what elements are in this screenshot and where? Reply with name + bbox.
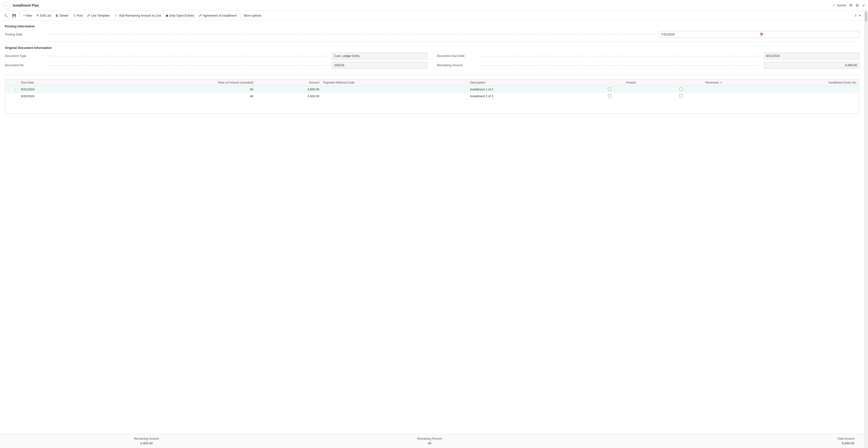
- empty-cell: [5, 100, 859, 107]
- search-icon: 🔍: [4, 14, 8, 17]
- agreement-button[interactable]: ☍ Agreement of Installment: [197, 13, 239, 18]
- divider-1: [5, 42, 859, 42]
- due-date-cell[interactable]: 8/31/2024: [19, 86, 92, 93]
- open-external-icon[interactable]: ⧉: [856, 3, 859, 7]
- doc-no-label: Document No.: [5, 64, 44, 67]
- original-doc-title: Original Document Information: [5, 46, 859, 50]
- post-icon: ⇧: [73, 14, 75, 17]
- description-cell[interactable]: Installment 1 of 2: [468, 86, 581, 93]
- table-body: → ⋮ 8/31/2024 60 3,600.00 Installment 1 …: [5, 86, 859, 113]
- agreement-label: Agreement of Installment: [203, 14, 237, 17]
- dots-2: [46, 56, 330, 56]
- row-arrow-cell: [5, 93, 12, 100]
- empty-cell: [5, 107, 859, 113]
- edit-list-icon: ✎: [36, 14, 39, 17]
- post-button[interactable]: ⇧ Post: [71, 13, 85, 18]
- page-wrapper: Posting Information Posting Date 7/31/20…: [0, 21, 864, 118]
- saved-indicator: ✓ Saved: [833, 3, 846, 7]
- add-remaining-button[interactable]: ⚡ Add Remaining Amount to Line: [112, 13, 163, 18]
- posting-date-row: Posting Date 7/31/2024 📅: [5, 31, 859, 38]
- more-options-button[interactable]: More options: [242, 13, 264, 18]
- doc-type-input[interactable]: [332, 53, 427, 59]
- use-template-label: Use Template: [91, 14, 110, 17]
- edit-list-label: Edit List: [40, 14, 51, 17]
- doc-no-input[interactable]: [332, 62, 427, 69]
- row-menu-cell[interactable]: [12, 93, 19, 100]
- payment-method-cell[interactable]: [321, 86, 468, 93]
- installment-table: Due Date Rate of Amount (rounded) Amount…: [5, 80, 859, 113]
- use-template-button[interactable]: ☍ Use Template: [85, 13, 112, 18]
- posting-date-label: Posting Date: [5, 33, 44, 36]
- checkmark-icon: ✓: [833, 3, 836, 7]
- only-open-label: Only Open Entries: [169, 14, 194, 17]
- row-menu-icon[interactable]: ⋮: [14, 88, 17, 91]
- dots-1: [46, 34, 657, 35]
- save-button[interactable]: 💾: [10, 13, 18, 18]
- empty-row: [5, 100, 859, 107]
- toolbar: 🔍 💾 + New ✎ Edit List 🗑 Delete ⇧ Post ☍ …: [0, 11, 868, 21]
- rate-cell[interactable]: 40: [92, 93, 255, 100]
- col-reversed: Reversed ▼: [638, 80, 724, 86]
- posting-date-value: 7/31/2024: [661, 33, 758, 36]
- remaining-amount-field-input[interactable]: [764, 62, 859, 69]
- delete-button[interactable]: 🗑 Delete: [54, 13, 70, 18]
- add-remaining-label: Add Remaining Amount to Line: [119, 14, 161, 17]
- entry-no-cell[interactable]: [724, 86, 859, 93]
- rate-cell[interactable]: 60: [92, 86, 255, 93]
- table-row[interactable]: → ⋮ 8/31/2024 60 3,600.00 Installment 1 …: [5, 86, 859, 93]
- edit-list-button[interactable]: ✎ Edit List: [34, 13, 53, 18]
- left-col: Document Type Document No.: [5, 53, 427, 71]
- col-amount: Amount: [255, 80, 321, 86]
- doc-type-label: Document Type: [5, 54, 44, 58]
- plus-icon: +: [23, 14, 25, 17]
- scrollbar[interactable]: [864, 11, 868, 132]
- search-button[interactable]: 🔍: [2, 13, 10, 18]
- add-remaining-icon: ⚡: [114, 14, 118, 17]
- reversed-checkbox[interactable]: [679, 88, 683, 91]
- separator-2: [240, 13, 241, 18]
- description-cell[interactable]: Installment 2 of 2: [468, 93, 581, 100]
- amount-cell[interactable]: 2,400.00: [255, 93, 321, 100]
- posted-checkbox[interactable]: [608, 88, 611, 91]
- row-arrow-cell: →: [5, 86, 12, 93]
- doc-no-row: Document No.: [5, 62, 427, 69]
- reversed-cell[interactable]: [638, 86, 724, 93]
- table-row[interactable]: 9/30/2024 40 2,400.00 Installment 2 of 2: [5, 93, 859, 100]
- due-date-cell[interactable]: 9/30/2024: [19, 93, 92, 100]
- delete-icon: 🗑: [56, 14, 59, 17]
- posting-date-input[interactable]: 7/31/2024 📅: [659, 31, 859, 38]
- doc-due-date-input[interactable]: [764, 53, 859, 59]
- col-rate: Rate of Amount (rounded): [92, 80, 255, 86]
- only-open-button[interactable]: ◉ Only Open Entries: [164, 13, 196, 18]
- row-arrow-icon: →: [7, 88, 10, 91]
- save-icon: 💾: [12, 14, 16, 17]
- reversed-cell[interactable]: [638, 93, 724, 100]
- right-col: Document Due Date Remaining Amount: [437, 53, 859, 71]
- remaining-amount-row: Remaining Amount: [437, 62, 859, 69]
- share-icon[interactable]: ⇧: [854, 14, 857, 17]
- reversed-checkbox[interactable]: [679, 94, 683, 97]
- posted-cell[interactable]: [582, 93, 638, 100]
- new-button[interactable]: + New: [21, 13, 34, 18]
- only-open-icon: ◉: [166, 14, 168, 17]
- entry-no-cell[interactable]: [724, 93, 859, 100]
- original-doc-form: Document Type Document No. Document Due …: [5, 53, 859, 71]
- template-icon: ☍: [87, 14, 90, 17]
- col-menu: [12, 80, 19, 86]
- col-arrow: [5, 80, 12, 86]
- posted-checkbox[interactable]: [608, 94, 611, 97]
- payment-method-cell[interactable]: [321, 93, 468, 100]
- filter-icon[interactable]: ☀: [859, 14, 861, 17]
- posting-info-title: Posting Information: [5, 25, 859, 28]
- expand-icon[interactable]: ⤢: [862, 3, 865, 7]
- back-button[interactable]: ←: [3, 2, 10, 9]
- posted-cell[interactable]: [582, 86, 638, 93]
- scroll-thumb[interactable]: [865, 12, 867, 22]
- saved-label: Saved: [837, 3, 846, 7]
- agreement-icon: ☍: [199, 14, 202, 17]
- calendar-icon: 📅: [760, 33, 857, 36]
- bookmark-icon[interactable]: ✉: [849, 3, 852, 7]
- row-menu-cell[interactable]: ⋮: [12, 86, 19, 93]
- amount-cell[interactable]: 3,600.00: [255, 86, 321, 93]
- reversed-filter-icon[interactable]: ▼: [720, 81, 722, 84]
